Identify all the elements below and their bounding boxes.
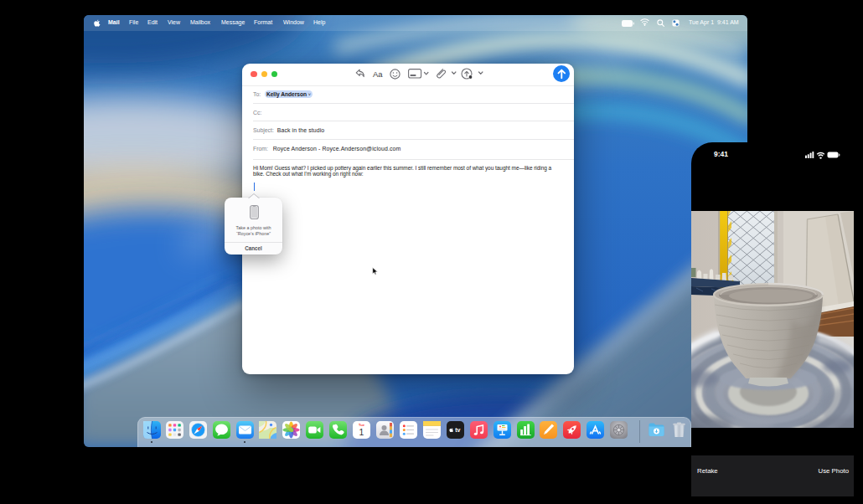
- svg-text:1: 1: [359, 426, 364, 436]
- svg-text:tv: tv: [455, 427, 460, 433]
